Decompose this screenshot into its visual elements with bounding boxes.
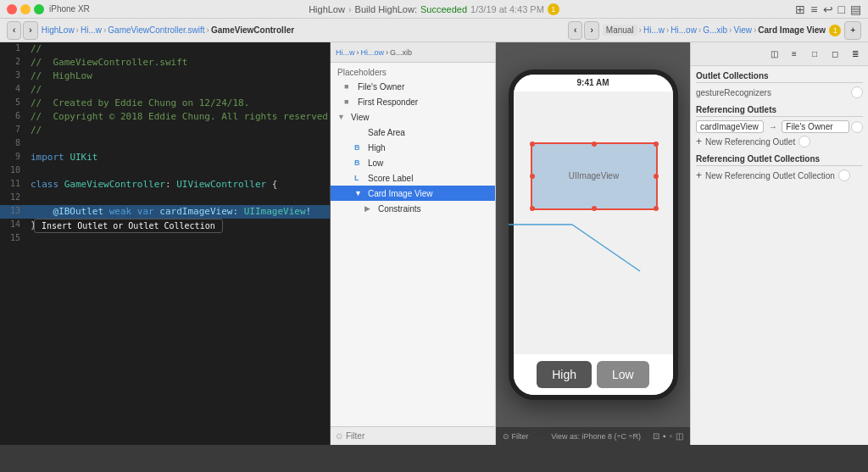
ib-bc-3[interactable]: G...xib [703,25,727,35]
vh-item-safe-area[interactable]: Safe Area [331,125,495,140]
card-image-view[interactable]: UIImageView [531,142,658,210]
outlet-collections-section: Outlet Collections gestureRecognizers [696,71,863,98]
vh-item-score-label[interactable]: L Score Label [331,170,495,186]
code-line-1: 1 // [0,42,330,56]
vh-item-view[interactable]: ▼ View [331,109,495,125]
breadcrumb-class: GameViewController [211,25,294,35]
iphone-buttons: High Low [514,354,673,395]
vh-item-constraints[interactable]: ▶ Constraints [331,201,495,216]
add-referencing-outlet-btn[interactable]: + [696,136,702,147]
vh-section-placeholders: Placeholders [331,66,495,79]
minimize-button[interactable] [20,4,31,14]
window-icon[interactable]: □ [838,3,845,16]
inspector-file-icon[interactable]: ◫ [765,45,783,64]
inspector-attr-icon[interactable]: □ [805,45,824,64]
code-line-13[interactable]: 13 @IBOutlet weak var cardImageView: UII… [0,205,330,219]
vh-item-high[interactable]: B High [331,140,495,155]
grid-icon[interactable]: ⊞ [795,3,805,16]
zoom-fit-icon[interactable]: ⊡ [653,431,659,441]
ib-bc-4[interactable]: View [733,25,752,35]
zoom-full-icon[interactable]: ◫ [676,431,683,441]
new-outlet-collection-circle[interactable] [838,169,850,181]
code-line-11: 11 class GameViewController: UIViewContr… [0,178,330,192]
high-button[interactable]: High [537,361,592,388]
outlet-connection-target: File's Owner [782,120,849,133]
vh-item-files-owner[interactable]: ■ File's Owner [331,79,495,94]
filter-input[interactable] [346,431,490,441]
code-breadcrumb: HighLow › Hi...w › GameViewController.sw… [42,25,294,35]
inspector-identity-icon[interactable]: ≡ [785,45,804,64]
breadcrumb-sep3: › [207,25,209,35]
inspector-size-icon[interactable]: ◻ [826,45,844,64]
card-label: UIImageView [569,171,619,180]
vh-item-low[interactable]: B Low [331,155,495,170]
fullscreen-button[interactable] [34,4,44,14]
vh-content: Placeholders ■ File's Owner ■ First Resp… [331,63,495,426]
breadcrumb-highlow[interactable]: HighLow [42,25,75,35]
corner-br [654,206,659,211]
outlet-circle[interactable] [851,121,863,133]
preview-bottom-bar: ⊙ Filter View as: iPhone 8 (÷C ÷R) ⊡ ▪ ▫… [496,426,690,445]
corner-mr [654,174,659,179]
corner-ml [530,174,535,179]
build-timestamp: 1/3/19 at 4:43 PM [470,4,544,14]
ib-bc-5: Card Image View [758,25,826,35]
title-bar: iPhone XR HighLow › Build HighLow: Succe… [0,0,868,19]
inspector-connect-icon[interactable]: ≣ [846,45,865,64]
panel-icon[interactable]: ▤ [850,3,861,16]
vh-filter-bar: ⊙ [331,426,495,445]
inspector-panel: ◫ ≡ □ ◻ ≣ Outlet Collections gestureReco… [690,42,868,445]
back-icon[interactable]: ↩ [823,3,833,16]
low-button[interactable]: Low [597,361,649,388]
ib-breadcrumb: Manual › Hi...w › Hi...ow › G...xib › Vi… [603,25,826,36]
close-button[interactable] [7,4,17,14]
ib-nav-back[interactable]: ‹ [568,21,582,40]
new-referencing-outlet-collection-row: + New Referencing Outlet Collection [696,169,863,181]
code-line-4: 4 // [0,83,330,97]
breadcrumb-file[interactable]: GameViewController.swift [108,25,204,35]
zoom-out-icon[interactable]: ▫ [669,431,672,441]
vh-item-card-image-view[interactable]: ▼ Card Image View [331,186,495,201]
ib-add-btn[interactable]: + [844,21,861,40]
main-area: 1 // 2 // GameViewController.swift 3 // … [0,42,868,445]
corner-tm [592,142,597,147]
referencing-outlets-title: Referencing Outlets [696,105,863,117]
app-name: HighLow [309,4,345,14]
gesture-recognizers-circle[interactable] [851,86,863,98]
ib-bc-2[interactable]: Hi...ow [670,25,697,35]
add-outlet-collection-btn[interactable]: + [696,169,702,181]
code-line-12: 12 [0,192,330,205]
code-editor[interactable]: 1 // 2 // GameViewController.swift 3 // … [0,42,331,445]
high-btn-icon: B [354,143,366,152]
title-bar-center: HighLow › Build HighLow: Succeeded 1/3/1… [224,3,644,15]
build-status: Succeeded [420,4,467,14]
title-bar-left: iPhone XR [7,4,217,14]
list-icon[interactable]: ≡ [810,3,817,16]
preview-area: 9:41 AM UIImageView High [496,42,690,445]
ib-manual-btn[interactable]: Manual [603,25,637,36]
referencing-outlets-section: Referencing Outlets cardImageView → File… [696,105,863,147]
view-controls: ⊡ ▪ ▫ ◫ [653,431,683,441]
breadcrumb-hiw[interactable]: Hi...w [81,25,102,35]
new-outlet-circle[interactable] [798,136,810,147]
code-nav-back[interactable]: ‹ [7,21,21,40]
zoom-in-icon[interactable]: ▪ [663,431,666,441]
outlet-collections-title: Outlet Collections [696,71,863,83]
corner-tl [530,142,535,147]
vh-item-first-responder[interactable]: ■ First Responder [331,94,495,109]
code-toolbar: ‹ › HighLow › Hi...w › GameViewControlle… [0,19,868,42]
code-nav-forward[interactable]: › [23,21,37,40]
ib-nav-forward[interactable]: › [584,21,598,40]
card-imageview-outlet-label: cardImageView [696,120,764,133]
code-content: 1 // 2 // GameViewController.swift 3 // … [0,42,330,425]
low-btn-icon: B [354,158,366,167]
code-line-5: 5 // Created by Eddie Chung on 12/24/18. [0,97,330,110]
view-as-label: View as: iPhone 8 (÷C ÷R) [551,432,641,441]
code-line-2: 2 // GameViewController.swift [0,56,330,69]
code-line-8: 8 [0,137,330,151]
inspector-content: Outlet Collections gestureRecognizers Re… [691,66,868,445]
code-line-9: 9 import UIKit [0,151,330,164]
title-sep: › [348,4,352,14]
ib-bc-1[interactable]: Hi...w [643,25,665,35]
files-owner-icon: ■ [344,82,356,91]
